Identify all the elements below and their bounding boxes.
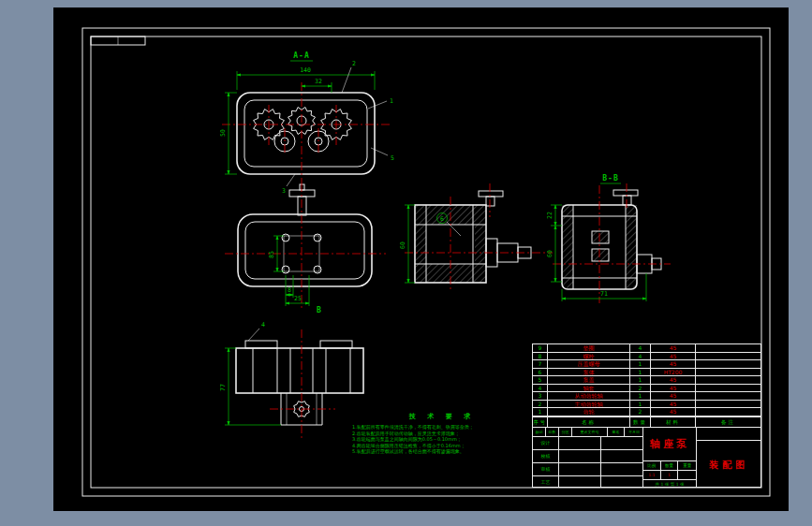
bom-cell-name: 螺栓: [548, 353, 630, 361]
bom-cell-qty: 2: [630, 408, 651, 416]
title-block: 9垫圈4458螺栓4457压盖螺母1456泵体1HT2005泵盖1454轴套24…: [532, 343, 761, 488]
bom-cell-material: 45: [651, 360, 696, 369]
bom-cell-qty: 4: [630, 344, 651, 353]
bom-cell-remark: [696, 401, 760, 409]
dim-32: 32: [315, 78, 322, 85]
bom-cell-material: 45: [651, 344, 696, 353]
bom-cell-remark: [696, 344, 760, 353]
bom-header-cell: 数量: [630, 417, 651, 427]
bom-rows: 9垫圈4458螺栓4457压盖螺母1456泵体1HT2005泵盖1454轴套24…: [533, 344, 760, 416]
bom-cell-name: 齿轮: [548, 408, 630, 416]
application-window: 140 32 50 A-A 1 2 5 3: [0, 0, 812, 526]
bom-cell-remark: [696, 408, 760, 416]
bom-cell-no: 9: [533, 344, 548, 353]
dim-8: 8: [288, 286, 291, 294]
staff-signature-cell: [559, 450, 601, 462]
bom-cell-remark: [696, 385, 760, 393]
staff-row: 审核: [533, 463, 642, 476]
tech-notes-title: 技 术 要 求: [352, 412, 532, 421]
scale-headers: 比例数量重量: [643, 461, 696, 471]
bom-cell-qty: 1: [630, 392, 651, 401]
scale-value-cell: 1:1: [643, 471, 661, 479]
bom-row: 7压盖螺母145: [533, 360, 760, 369]
bom-cell-material: 45: [651, 385, 696, 393]
staff-rows: 设计校核审核工艺: [533, 437, 642, 489]
bom-header: 序号名称数量材料备注: [533, 416, 760, 427]
bom-cell-remark: [696, 353, 760, 361]
drawing-no-cell: [697, 428, 760, 441]
staff-row: 工艺: [533, 476, 642, 489]
rev-header-cell: 年月日: [625, 428, 643, 436]
staff-signature-cell: [559, 476, 601, 489]
staff-date-cell: [601, 450, 643, 462]
staff-row: 校核: [533, 450, 642, 463]
bom-cell-material: 45: [651, 408, 696, 416]
scale-header-cell: 比例: [643, 461, 661, 470]
rev-header-cell: 分区: [559, 428, 572, 436]
bom-cell-name: 主动齿轮轴: [548, 401, 630, 409]
bom-cell-no: 7: [533, 360, 548, 369]
bom-cell-material: 45: [651, 376, 696, 385]
bom-cell-qty: 1: [630, 376, 651, 385]
dim-85: 85: [268, 251, 275, 258]
name-scale-area: 轴座泵 比例数量重量 1:11 共 1 张 第 1 张: [643, 428, 697, 489]
bom-row: 1齿轮245: [533, 408, 760, 416]
staff-label: 设计: [533, 437, 559, 449]
bom-cell-name: 从动齿轮轴: [548, 392, 630, 401]
dim-50: 50: [219, 129, 227, 137]
bom-cell-no: 5: [533, 376, 548, 385]
staff-label: 审核: [533, 463, 559, 475]
bom-cell-material: 45: [651, 353, 696, 361]
rev-header-cell: 标记: [533, 428, 546, 436]
tech-notes-lines: 1.装配前所有零件须清洗干净，不得有毛刺、铁屑等杂质；2.齿轮装配后用手转动传动…: [352, 424, 532, 455]
bom-row: 3从动齿轮轴145: [533, 392, 760, 401]
bom-cell-material: 45: [651, 401, 696, 409]
bom-cell-name: 泵盖: [548, 376, 630, 385]
bom-cell-qty: 1: [630, 401, 651, 409]
sheet-info: 共 1 张 第 1 张: [643, 480, 696, 489]
bom-row: 5泵盖145: [533, 376, 760, 385]
bom-cell-name: 泵体: [548, 369, 630, 377]
dim-140: 140: [300, 66, 311, 74]
bom-cell-name: 轴套: [548, 385, 630, 393]
revision-area: 标记处数分区更改文件号签名年月日 设计校核审核工艺: [533, 428, 643, 489]
bom-cell-name: 垫圈: [548, 344, 630, 353]
dim-60-side: 60: [399, 241, 406, 249]
section-arrow-b: B: [317, 306, 322, 314]
bom-header-cell: 材料: [651, 417, 696, 427]
bom-cell-no: 1: [533, 408, 548, 416]
section-label-aa: A-A: [293, 51, 309, 60]
sheet-type: 装配图: [697, 441, 760, 489]
view-front: 77 4: [219, 321, 363, 440]
tech-notes: 技 术 要 求 1.装配前所有零件须清洗干净，不得有毛刺、铁屑等杂质；2.齿轮装…: [352, 412, 532, 455]
bom-cell-no: 6: [533, 369, 548, 377]
bom-row: 4轴套245: [533, 385, 760, 393]
bom-cell-remark: [696, 376, 760, 385]
title-lower: 标记处数分区更改文件号签名年月日 设计校核审核工艺 轴座泵 比例数量重量 1:1…: [533, 427, 760, 489]
callout-6: 6: [440, 215, 444, 223]
dim-25: 25: [294, 295, 302, 302]
bom-row: 2主动齿轮轴145: [533, 401, 760, 409]
dim-22: 22: [546, 212, 554, 219]
bom-header-cell: 序号: [533, 417, 548, 427]
staff-label: 工艺: [533, 476, 559, 489]
bom-cell-material: 45: [651, 392, 696, 401]
rev-header-cell: 更改文件号: [572, 428, 608, 436]
staff-date-cell: [601, 437, 643, 449]
scale-value-cell: [678, 471, 696, 479]
view-bb-section: B-B 22 60: [546, 174, 671, 303]
callout-3: 3: [282, 187, 286, 195]
dim-60-bb: 60: [546, 250, 554, 257]
bom-cell-qty: 1: [630, 369, 651, 377]
callout-5: 5: [391, 154, 394, 162]
filler-plug-bb: [613, 190, 638, 196]
callout-1: 1: [390, 97, 393, 105]
callout-4: 4: [261, 321, 265, 329]
bom-row: 9垫圈445: [533, 344, 760, 353]
scale-values: 1:11: [643, 471, 696, 480]
bom-cell-qty: 4: [630, 353, 651, 361]
view-side-section: 6 60: [399, 183, 553, 292]
section-label-bb: B-B: [602, 174, 618, 183]
bom-cell-remark: [696, 360, 760, 369]
bom-cell-remark: [696, 369, 760, 377]
